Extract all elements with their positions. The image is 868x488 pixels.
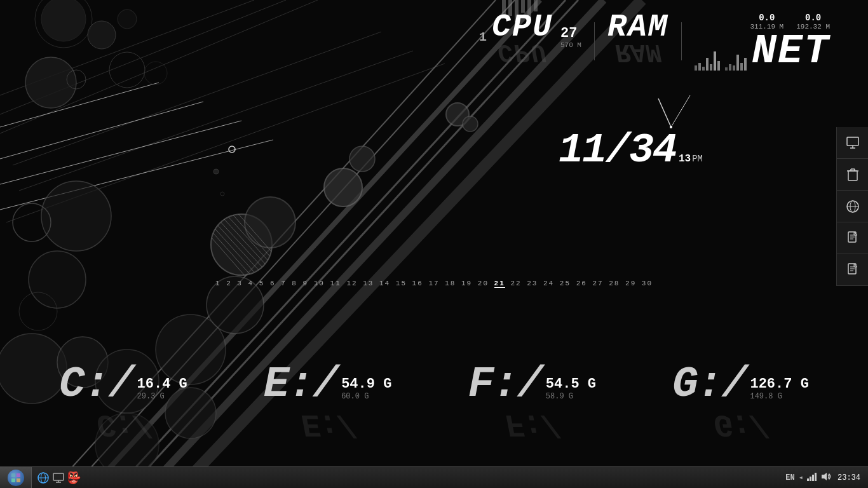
net-download-val: 0.0 (805, 13, 821, 23)
cpu-memory: 570 M (560, 41, 581, 49)
system-monitor-hud: 1 CPU CPU 27 570 M RAM RAM 0.0 311.19 M … (479, 13, 830, 71)
monitor-icon (846, 136, 860, 150)
start-orb (8, 470, 24, 486)
svg-rect-89 (17, 478, 20, 482)
sidebar-monitor-button[interactable] (837, 127, 868, 159)
net-section: 0.0 311.19 M 0.0 192.32 M (695, 13, 830, 71)
drive-c-free: 16.4 G (137, 376, 187, 392)
drive-c-total: 29.3 G (137, 392, 187, 401)
tray-arrow-icon[interactable]: ◂ (799, 473, 803, 482)
svg-point-64 (670, 126, 672, 128)
drive-g-total: 149.8 G (750, 392, 808, 401)
net-upload-val: 0.0 (759, 13, 775, 23)
calendar-days: 1 2 3 4 5 6 7 8 9 10 11 12 13 14 15 16 1… (215, 280, 653, 288)
drive-c-reflection: C:/ (97, 406, 150, 442)
document2-icon (847, 263, 858, 277)
sidebar-doc2-button[interactable] (837, 254, 868, 286)
drive-f-reflection: F:/ (505, 406, 559, 442)
svg-rect-88 (11, 478, 15, 482)
drive-f: F:/ 54.5 G 58.9 G F:/ (468, 363, 596, 442)
windows-logo (11, 473, 21, 483)
taskbar-user-icon[interactable]: 👺 (67, 471, 80, 484)
desktop-icon (53, 472, 64, 484)
taskbar-ie-icon[interactable] (37, 471, 50, 484)
drive-e: E:/ 54.9 G 60.0 G E:/ (264, 363, 392, 442)
svg-rect-96 (807, 478, 809, 481)
drives-container: C:/ 16.4 G 29.3 G C:/ E:/ 54.9 G 60.0 G … (0, 363, 868, 442)
calendar-current-day: 21 (494, 280, 505, 288)
tray-network-icon (807, 472, 817, 484)
clock-period: PM (692, 154, 703, 164)
clock-hours: 11 (559, 127, 606, 174)
taskbar: 👺 EN ◂ 23:34 (0, 466, 868, 488)
svg-point-26 (41, 181, 111, 251)
svg-point-36 (349, 146, 375, 172)
hud-divider-1 (594, 22, 595, 60)
drive-g-reflection: G:/ (714, 406, 767, 442)
system-clock: 23:34 (835, 473, 863, 482)
hud-divider-2 (681, 22, 682, 60)
clock-widget: 11 / 34 13 PM (559, 127, 703, 174)
tray-lang: EN (785, 473, 794, 482)
drive-g-free: 126.7 G (750, 376, 808, 392)
svg-rect-65 (847, 137, 858, 146)
svg-rect-68 (848, 171, 857, 180)
cpu-label-reflection: CPU (498, 41, 547, 62)
svg-point-22 (25, 57, 76, 108)
svg-rect-98 (812, 475, 814, 481)
drive-c-letter: C:/ (59, 363, 133, 406)
taskbar-quicklaunch: 👺 (32, 471, 85, 484)
taskbar-desktop-icon[interactable] (52, 471, 65, 484)
volume-icon (821, 472, 831, 481)
globe-icon (846, 200, 860, 214)
right-sidebar (836, 127, 868, 286)
svg-line-62 (658, 98, 671, 127)
drive-g: G:/ 126.7 G 149.8 G G:/ (672, 363, 809, 442)
analog-clock (633, 89, 709, 140)
sidebar-trash-button[interactable] (837, 159, 868, 191)
svg-point-19 (41, 0, 86, 41)
tray-volume-icon[interactable] (821, 472, 831, 484)
svg-marker-100 (822, 473, 827, 480)
sidebar-globe-button[interactable] (837, 191, 868, 222)
cpu-section: 1 CPU CPU 27 570 M (479, 13, 581, 62)
svg-point-38 (463, 116, 478, 132)
svg-point-35 (324, 168, 362, 207)
net-label: NET (752, 33, 830, 71)
svg-point-20 (88, 21, 116, 49)
svg-rect-93 (53, 473, 64, 480)
clock-separator: / (606, 127, 629, 174)
ram-section: RAM RAM (607, 13, 668, 62)
ie-icon (37, 472, 49, 484)
drive-g-letter: G:/ (672, 363, 746, 406)
clock-seconds: 13 (679, 153, 691, 165)
drive-e-total: 60.0 G (341, 392, 391, 401)
drive-c: C:/ 16.4 G 29.3 G C:/ (59, 363, 187, 442)
svg-rect-99 (815, 473, 817, 481)
start-button[interactable] (0, 467, 32, 489)
sidebar-doc1-button[interactable] (837, 222, 868, 254)
cpu-index: 1 (479, 30, 487, 44)
svg-point-43 (245, 197, 295, 248)
svg-point-28 (29, 251, 86, 308)
svg-point-40 (214, 169, 219, 174)
drive-e-letter: E:/ (264, 363, 337, 406)
cpu-value: 27 (560, 25, 577, 41)
svg-line-63 (671, 95, 690, 127)
calendar-widget: 1 2 3 4 5 6 7 8 9 10 11 12 13 14 15 16 1… (215, 280, 653, 287)
drive-e-free: 54.9 G (341, 376, 391, 392)
drive-f-total: 58.9 G (546, 392, 596, 401)
ram-label-reflection: RAM (615, 41, 661, 62)
svg-rect-87 (17, 473, 20, 477)
drive-f-letter: F:/ (468, 363, 541, 406)
drive-e-reflection: E:/ (301, 406, 355, 442)
system-tray: EN ◂ 23:34 (780, 472, 868, 484)
svg-point-21 (118, 10, 137, 29)
svg-rect-86 (11, 473, 15, 477)
network-icon (807, 472, 817, 481)
svg-rect-97 (810, 477, 811, 481)
document1-icon (847, 231, 858, 245)
drive-f-free: 54.5 G (546, 376, 596, 392)
trash-icon (846, 168, 859, 182)
